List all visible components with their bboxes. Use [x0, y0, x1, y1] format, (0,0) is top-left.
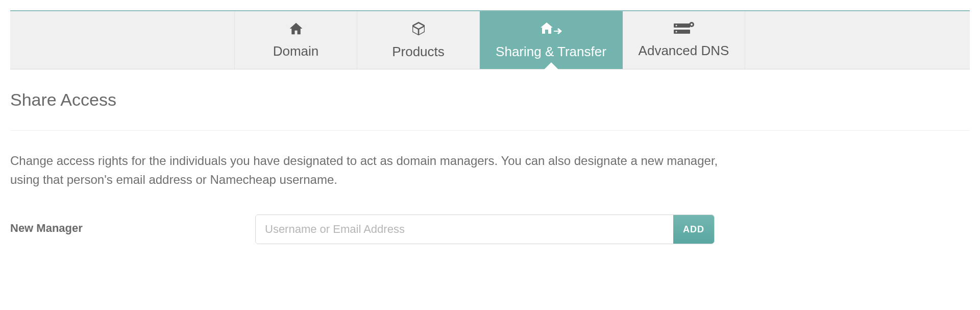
- tab-spacer: [10, 11, 235, 69]
- new-manager-row: New Manager ADD: [10, 214, 970, 244]
- house-arrow-icon: [540, 20, 563, 37]
- tab-sharing-transfer[interactable]: Sharing & Transfer: [480, 11, 623, 69]
- box-icon: [410, 20, 427, 37]
- tab-label: Advanced DNS: [639, 43, 729, 59]
- svg-point-5: [691, 23, 693, 26]
- new-manager-label: New Manager: [10, 214, 255, 235]
- tab-label: Products: [392, 44, 445, 60]
- house-icon: [287, 21, 305, 36]
- svg-point-3: [675, 31, 677, 33]
- add-button[interactable]: ADD: [673, 215, 714, 244]
- tab-spacer: [745, 11, 970, 69]
- section-title: Share Access: [10, 90, 970, 131]
- tab-label: Sharing & Transfer: [496, 44, 606, 60]
- new-manager-input[interactable]: [256, 215, 673, 244]
- share-access-section: Share Access Change access rights for th…: [10, 69, 970, 244]
- svg-point-2: [675, 25, 677, 27]
- tab-domain[interactable]: Domain: [235, 11, 357, 69]
- tab-label: Domain: [273, 43, 319, 59]
- new-manager-input-group: ADD: [255, 214, 715, 244]
- section-description: Change access rights for the individuals…: [10, 131, 725, 214]
- server-gear-icon: [673, 21, 695, 36]
- tab-advanced-dns[interactable]: Advanced DNS: [623, 11, 745, 69]
- tab-bar: Domain Products Sharing & Transfer: [10, 10, 970, 69]
- tab-products[interactable]: Products: [357, 11, 480, 69]
